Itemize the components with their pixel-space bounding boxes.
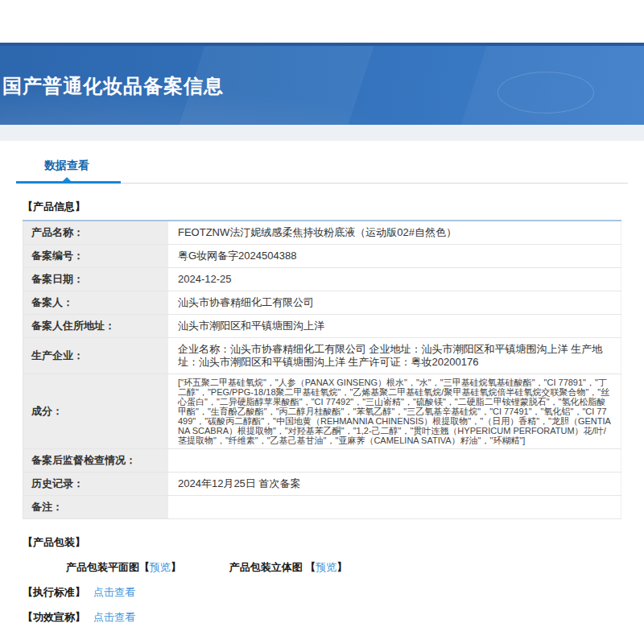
tab-pointer-icon [63,177,71,181]
packaging-stereo-item: 产品包装立体图 【预览】 [229,561,348,573]
field-value: 企业名称：汕头市协睿精细化工有限公司 企业地址：汕头市潮阳区和平镇塘围沟上洋 生… [168,338,621,374]
field-label: 产品名称： [23,221,168,245]
efficacy-row: 【功效宣称】点击查看 [23,610,644,625]
header-separator [0,125,644,141]
table-row-record-number: 备案编号： 粤G妆网备字2024504388 [23,245,621,268]
packaging-stereo-preview-link[interactable]: 预览 [316,561,336,573]
product-info-table: 产品名称： FEOTZNW法汀妮绒感柔焦持妆粉底液（运动版02#自然色） 备案编… [23,220,621,519]
table-row-remarks: 备注： [23,496,621,519]
exec-standard-label: 【执行标准】 [23,586,85,598]
tab-underline [16,181,628,184]
tab-bar: 数据查看 [0,141,644,184]
page-header-banner: 国产普通化妆品备案信息 [0,43,644,125]
exec-standard-row: 【执行标准】点击查看 [23,585,644,600]
tab-data-view[interactable]: 数据查看 [44,159,89,173]
field-label: 备案后监督检查情况： [23,449,168,473]
table-row-history: 历史记录： 2024年12月25日 首次备案 [23,473,621,496]
product-info-section-title: 【产品信息】 [23,200,644,214]
table-row-manufacturer: 生产企业： 企业名称：汕头市协睿精细化工有限公司 企业地址：汕头市潮阳区和平镇塘… [23,338,621,374]
field-label: 备注： [23,496,168,519]
packaging-stereo-label: 产品包装立体图 [229,561,306,573]
exec-standard-view-link[interactable]: 点击查看 [93,586,135,598]
bracket-close: 】 [171,561,181,573]
table-row-ingredients: 成分： ["环五聚二甲基硅氧烷"，"人参（PANAX GINSENG）根水"，"… [23,374,621,449]
field-value: 汕头市潮阳区和平镇塘围沟上洋 [168,315,621,338]
efficacy-view-link[interactable]: 点击查看 [93,611,135,623]
field-label: 备案人住所地址： [23,315,168,338]
table-row-record-date: 备案日期： 2024-12-25 [23,268,621,291]
packaging-section-title: 【产品包装】 [23,535,644,550]
field-label: 生产企业： [23,338,168,374]
field-label: 备案日期： [23,268,168,291]
field-value: 汕头市协睿精细化工有限公司 [168,291,621,315]
field-value: 粤G妆网备字2024504388 [168,245,621,268]
field-label: 历史记录： [23,473,168,496]
content: 数据查看 【产品信息】 产品名称： FEOTZNW法汀妮绒感柔焦持妆粉底液（运动… [0,141,644,625]
table-row-product-name: 产品名称： FEOTZNW法汀妮绒感柔焦持妆粉底液（运动版02#自然色） [23,221,621,245]
field-value [168,449,621,473]
bracket-close: 】 [336,561,347,573]
field-label: 备案人： [23,291,168,315]
bracket-open: 【 [305,561,316,573]
field-value: 2024年12月25日 首次备案 [168,473,621,496]
packaging-row: 产品包装平面图【预览】 产品包装立体图 【预览】 [66,560,644,575]
page-title: 国产普通化妆品备案信息 [0,46,644,99]
page: 国产普通化妆品备案信息 数据查看 【产品信息】 产品名称： FEOTZNW法汀妮… [0,0,644,644]
table-row-registrant-address: 备案人住所地址： 汕头市潮阳区和平镇塘围沟上洋 [23,315,621,338]
tab-active-indicator [16,181,121,184]
top-whitespace [0,0,644,43]
efficacy-label: 【功效宣称】 [23,611,85,623]
field-value: 2024-12-25 [168,268,621,291]
field-label: 备案编号： [23,245,168,268]
field-label: 成分： [23,374,168,449]
field-value: ["环五聚二甲基硅氧烷"，"人参（PANAX GINSENG）根水"，"水"，"… [168,374,621,449]
field-value [168,496,621,519]
field-value: FEOTZNW法汀妮绒感柔焦持妆粉底液（运动版02#自然色） [168,221,621,245]
packaging-flat-preview-link[interactable]: 预览 [150,561,171,573]
packaging-flat-item: 产品包装平面图【预览】 [66,561,184,573]
packaging-flat-label: 产品包装平面图 [66,561,139,573]
bracket-open: 【 [139,561,150,573]
table-row-registrant: 备案人： 汕头市协睿精细化工有限公司 [23,291,621,315]
table-row-supervision: 备案后监督检查情况： [23,449,621,473]
